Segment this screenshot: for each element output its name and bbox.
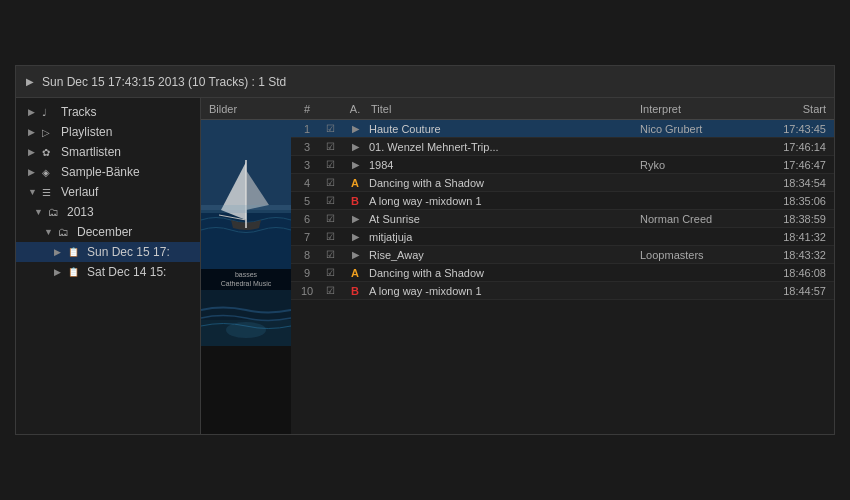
track-start: 18:46:08 (760, 267, 830, 279)
track-badge: ▶ (341, 160, 369, 170)
smartlisten-label: Smartlisten (61, 145, 121, 159)
main-layout: ▶ ♩ Tracks ▶ ▷ Playlisten ▶ ✿ Smartliste… (16, 98, 834, 434)
track-number: 3 (295, 141, 319, 153)
col-num: # (295, 103, 319, 115)
track-number: 5 (295, 195, 319, 207)
december-arrow: ▼ (44, 227, 54, 237)
track-number: 10 (295, 285, 319, 297)
track-checkbox[interactable]: ☑ (319, 249, 341, 260)
track-start: 18:34:54 (760, 177, 830, 189)
playlisten-label: Playlisten (61, 125, 112, 139)
col-interpret: Interpret (640, 103, 760, 115)
track-start: 18:38:59 (760, 213, 830, 225)
col-a: A. (341, 103, 369, 115)
track-checkbox[interactable]: ☑ (319, 177, 341, 188)
track-start: 17:46:47 (760, 159, 830, 171)
table-row[interactable]: 3 ☑ ▶ 01. Wenzel Mehnert-Trip... 17:46:1… (291, 138, 834, 156)
track-checkbox[interactable]: ☑ (319, 159, 341, 170)
track-start: 18:43:32 (760, 249, 830, 261)
sidebar-item-tracks[interactable]: ▶ ♩ Tracks (16, 102, 200, 122)
sidebar-item-sample-banke[interactable]: ▶ ◈ Sample-Bänke (16, 162, 200, 182)
album-art-panel: bassesCathedral Music (201, 120, 291, 434)
folder-icon: 🗂 (48, 206, 62, 218)
track-badge: ▶ (341, 142, 369, 152)
track-checkbox[interactable]: ☑ (319, 123, 341, 134)
track-list: bassesCathedral Music (201, 120, 834, 434)
track-badge: A (341, 177, 369, 189)
track-badge: ▶ (341, 214, 369, 224)
col-titel: Titel (369, 103, 640, 115)
album-art-primary: bassesCathedral Music (201, 120, 291, 290)
track-checkbox[interactable]: ☑ (319, 195, 341, 206)
sample-arrow: ▶ (28, 167, 38, 177)
track-badge: B (341, 285, 369, 297)
play-icon: ▶ (26, 76, 34, 87)
verlauf-arrow: ▼ (28, 187, 38, 197)
table-row[interactable]: 8 ☑ ▶ Rise_Away Loopmasters 18:43:32 (291, 246, 834, 264)
smartlisten-icon: ✿ (42, 147, 56, 158)
sidebar-item-playlisten[interactable]: ▶ ▷ Playlisten (16, 122, 200, 142)
track-interpret: Nico Grubert (640, 123, 760, 135)
track-checkbox[interactable]: ☑ (319, 231, 341, 242)
sidebar-item-december[interactable]: ▼ 🗂 December (16, 222, 200, 242)
track-badge: ▶ (341, 124, 369, 134)
track-interpret: Norman Creed (640, 213, 760, 225)
track-start: 18:35:06 (760, 195, 830, 207)
track-badge: A (341, 267, 369, 279)
sample-icon: ◈ (42, 167, 56, 178)
track-start: 17:46:14 (760, 141, 830, 153)
col-start: Start (760, 103, 830, 115)
table-row[interactable]: 1 ☑ ▶ Haute Couture Nico Grubert 17:43:4… (291, 120, 834, 138)
smartlisten-arrow: ▶ (28, 147, 38, 157)
track-badge: ▶ (341, 232, 369, 242)
tracks-label: Tracks (61, 105, 97, 119)
table-row[interactable]: 6 ☑ ▶ At Sunrise Norman Creed 18:38:59 (291, 210, 834, 228)
sample-label: Sample-Bänke (61, 165, 140, 179)
track-start: 17:43:45 (760, 123, 830, 135)
sun-arrow: ▶ (54, 247, 64, 257)
sun-icon: 📋 (68, 247, 82, 257)
table-row[interactable]: 7 ☑ ▶ mitjatjuja 18:41:32 (291, 228, 834, 246)
december-folder-icon: 🗂 (58, 226, 72, 238)
table-row[interactable]: 4 ☑ A Dancing with a Shadow 18:34:54 (291, 174, 834, 192)
track-badge: B (341, 195, 369, 207)
track-checkbox[interactable]: ☑ (319, 285, 341, 296)
verlauf-label: Verlauf (61, 185, 98, 199)
table-row[interactable]: 10 ☑ B A long way -mixdown 1 18:44:57 (291, 282, 834, 300)
app-container: ▶ Sun Dec 15 17:43:15 2013 (10 Tracks) :… (15, 65, 835, 435)
track-title: Rise_Away (369, 249, 640, 261)
col-bilder: Bilder (205, 103, 295, 115)
sidebar-item-verlauf[interactable]: ▼ ☰ Verlauf (16, 182, 200, 202)
content-area: Bilder # A. Titel Interpret Start (201, 98, 834, 434)
track-checkbox[interactable]: ☑ (319, 267, 341, 278)
column-headers: Bilder # A. Titel Interpret Start (201, 98, 834, 120)
header-bar: ▶ Sun Dec 15 17:43:15 2013 (10 Tracks) :… (16, 66, 834, 98)
sat-icon: 📋 (68, 267, 82, 277)
table-row[interactable]: 9 ☑ A Dancing with a Shadow 18:46:08 (291, 264, 834, 282)
sidebar-item-2013[interactable]: ▼ 🗂 2013 (16, 202, 200, 222)
track-title: Haute Couture (369, 123, 640, 135)
sidebar-item-sat-dec14[interactable]: ▶ 📋 Sat Dec 14 15: (16, 262, 200, 282)
track-start: 18:41:32 (760, 231, 830, 243)
track-title: A long way -mixdown 1 (369, 195, 640, 207)
sidebar-item-sun-dec15[interactable]: ▶ 📋 Sun Dec 15 17: (16, 242, 200, 262)
svg-point-7 (226, 322, 266, 338)
track-title: 1984 (369, 159, 640, 171)
track-badge: ▶ (341, 250, 369, 260)
track-title: Dancing with a Shadow (369, 177, 640, 189)
sat-arrow: ▶ (54, 267, 64, 277)
december-label: December (77, 225, 132, 239)
sidebar-item-smartlisten[interactable]: ▶ ✿ Smartlisten (16, 142, 200, 162)
track-number: 4 (295, 177, 319, 189)
tracks-rows: 1 ☑ ▶ Haute Couture Nico Grubert 17:43:4… (291, 120, 834, 434)
svg-rect-4 (201, 205, 291, 213)
year-arrow: ▼ (34, 207, 44, 217)
track-checkbox[interactable]: ☑ (319, 141, 341, 152)
track-number: 8 (295, 249, 319, 261)
track-checkbox[interactable]: ☑ (319, 213, 341, 224)
track-number: 3 (295, 159, 319, 171)
table-row[interactable]: 5 ☑ B A long way -mixdown 1 18:35:06 (291, 192, 834, 210)
table-row[interactable]: 3 ☑ ▶ 1984 Ryko 17:46:47 (291, 156, 834, 174)
track-interpret: Loopmasters (640, 249, 760, 261)
album-art-label: bassesCathedral Music (201, 269, 291, 290)
